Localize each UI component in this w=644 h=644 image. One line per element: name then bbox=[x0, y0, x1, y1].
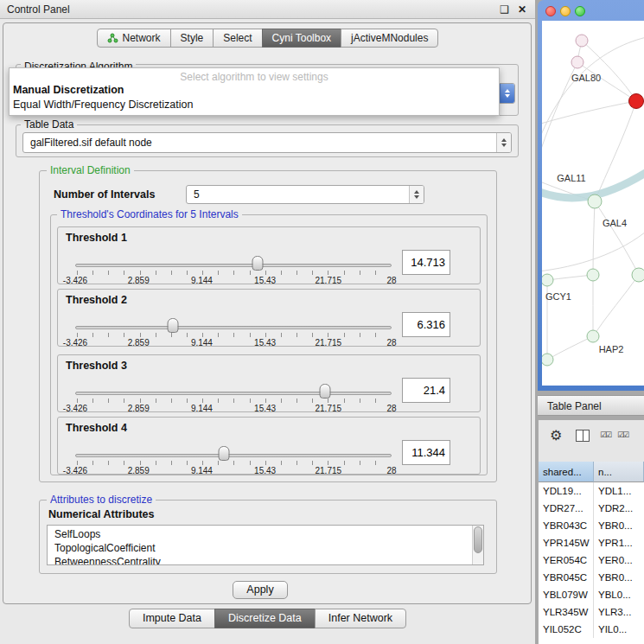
cell: YIL0... bbox=[594, 621, 644, 638]
threshold-1-value-field[interactable] bbox=[402, 250, 450, 275]
network-edge bbox=[547, 275, 593, 280]
network-node[interactable] bbox=[588, 194, 602, 208]
threshold-4-value-field[interactable] bbox=[402, 440, 450, 465]
top-tabstrip: Network Style Select Cyni Toolbox jActiv… bbox=[0, 29, 535, 48]
threshold-4-slider-thumb[interactable] bbox=[219, 446, 230, 461]
cell: YBR0... bbox=[594, 517, 644, 534]
threshold-3-slider-thumb[interactable] bbox=[320, 384, 331, 399]
cell: YDR27... bbox=[539, 500, 594, 517]
number-of-intervals-value: 5 bbox=[187, 188, 409, 201]
tab-select[interactable]: Select bbox=[213, 29, 262, 48]
number-of-intervals-label: Number of Intervals bbox=[54, 188, 155, 201]
slider-ticks bbox=[77, 461, 390, 465]
number-of-intervals-combobox[interactable]: 5 bbox=[186, 185, 424, 204]
tab-impute-data[interactable]: Impute Data bbox=[129, 609, 215, 628]
column-layout-icon[interactable] bbox=[576, 430, 590, 442]
option-manual-discretization[interactable]: Manual Discretization bbox=[10, 83, 499, 98]
numerical-attributes-list: SelfLoops TopologicalCoefficient Between… bbox=[47, 525, 484, 565]
float-window-icon[interactable]: ❑ bbox=[500, 0, 509, 19]
network-node[interactable] bbox=[542, 354, 553, 366]
network-window-titlebar[interactable] bbox=[538, 0, 644, 21]
table-row[interactable]: YBR045CYBR0... bbox=[539, 569, 644, 586]
close-traffic-light-icon[interactable] bbox=[545, 6, 556, 16]
tick-label: 28 bbox=[386, 276, 396, 285]
table-row[interactable]: YBR043CYBR0... bbox=[539, 517, 644, 534]
cell: YBL0... bbox=[594, 586, 644, 603]
threshold-2-box: Threshold 2 -3.426 2.859 9.144 15.43 21.… bbox=[57, 289, 481, 347]
slider-scale-labels: -3.426 2.859 9.144 15.43 21.715 28 bbox=[75, 404, 392, 413]
table-row[interactable]: YPR145WYPR1... bbox=[539, 534, 644, 552]
slider-ticks bbox=[77, 333, 390, 337]
slider-track[interactable] bbox=[75, 454, 392, 457]
cell: YIL052C bbox=[539, 621, 594, 638]
table-row[interactable]: YER054CYER0... bbox=[539, 552, 644, 569]
node-label-gcy1: GCY1 bbox=[545, 291, 571, 302]
network-node-selected[interactable] bbox=[629, 94, 644, 109]
table-row[interactable]: YIL052CYIL0... bbox=[539, 621, 644, 638]
tick-label: 2.859 bbox=[128, 466, 150, 475]
threshold-1-slider[interactable]: -3.426 2.859 9.144 15.43 21.715 28 bbox=[75, 253, 392, 284]
tab-jactivemnodules[interactable]: jActiveMNodules bbox=[341, 29, 438, 48]
node-label-hap2: HAP2 bbox=[599, 344, 624, 354]
network-node[interactable] bbox=[571, 56, 583, 68]
tick-label: 28 bbox=[386, 404, 396, 413]
column-header-shared-name[interactable]: shared... bbox=[539, 462, 594, 482]
zoom-traffic-light-icon[interactable] bbox=[575, 6, 585, 16]
combobox-stepper-icon bbox=[409, 186, 424, 203]
tab-discretize-data[interactable]: Discretize Data bbox=[214, 609, 316, 628]
tab-style[interactable]: Style bbox=[170, 29, 214, 48]
cell: YBR045C bbox=[539, 569, 594, 586]
tick-label: 15.43 bbox=[254, 338, 276, 348]
slider-track[interactable] bbox=[75, 392, 392, 395]
threshold-4-slider[interactable]: -3.426 2.859 9.144 15.43 21.715 28 bbox=[75, 443, 392, 475]
interval-definition-group-label: Interval Definition bbox=[47, 164, 134, 176]
tick-label: 9.144 bbox=[191, 466, 213, 475]
table-row[interactable]: YDL19...YDL1... bbox=[539, 482, 644, 500]
tab-cyni-toolbox[interactable]: Cyni Toolbox bbox=[262, 29, 341, 48]
table-row[interactable]: YBL079WYBL0... bbox=[539, 586, 644, 603]
tick-label: 9.144 bbox=[191, 404, 213, 413]
network-edge bbox=[593, 275, 639, 336]
list-scrollbar[interactable] bbox=[472, 526, 483, 564]
table-data-combobox[interactable]: galFiltered.sif default node bbox=[22, 132, 512, 153]
list-item[interactable]: TopologicalCoefficient bbox=[48, 541, 483, 555]
tick-label: -3.426 bbox=[63, 338, 87, 348]
table-row[interactable]: YLR345WYLR3... bbox=[539, 603, 644, 621]
slider-track[interactable] bbox=[75, 264, 392, 267]
threshold-2-slider-thumb[interactable] bbox=[168, 318, 179, 333]
network-node[interactable] bbox=[587, 330, 599, 342]
tab-cyni-toolbox-label: Cyni Toolbox bbox=[272, 32, 331, 44]
slider-track[interactable] bbox=[75, 326, 392, 329]
slider-ticks bbox=[77, 399, 390, 403]
list-item[interactable]: BetweennessCentrality bbox=[48, 555, 483, 565]
table-row[interactable]: YDR27...YDR2... bbox=[539, 500, 644, 517]
list-item[interactable]: SelfLoops bbox=[48, 526, 483, 541]
minimize-traffic-light-icon[interactable] bbox=[560, 6, 571, 16]
network-node[interactable] bbox=[576, 35, 588, 47]
tab-network[interactable]: Network bbox=[97, 29, 171, 48]
network-canvas[interactable]: GAL80 GAL11 GAL4 GCY1 HAP2 bbox=[542, 21, 644, 386]
network-node[interactable] bbox=[587, 269, 599, 281]
option-equal-width-frequency[interactable]: Equal Width/Frequency Discretization bbox=[10, 98, 499, 112]
threshold-3-value-field[interactable] bbox=[402, 378, 450, 403]
threshold-3-slider[interactable]: -3.426 2.859 9.144 15.43 21.715 28 bbox=[75, 381, 392, 412]
cell: YBR0... bbox=[594, 569, 644, 586]
threshold-2-slider[interactable]: -3.426 2.859 9.144 15.43 21.715 28 bbox=[75, 316, 392, 347]
threshold-1-slider-thumb[interactable] bbox=[252, 256, 264, 271]
column-header-name[interactable]: n... bbox=[594, 462, 644, 482]
settings-gear-icon[interactable]: ⚙ bbox=[550, 427, 562, 443]
scrollbar-thumb[interactable] bbox=[474, 526, 482, 553]
select-columns-icon[interactable]: ☑☑ bbox=[600, 430, 610, 439]
cell: YLR3... bbox=[594, 603, 644, 621]
network-node[interactable] bbox=[542, 274, 553, 286]
toggle-columns-icon[interactable]: ☑☑ bbox=[617, 430, 628, 439]
network-node-labels: GAL80 GAL11 GAL4 GCY1 HAP2 bbox=[545, 73, 627, 354]
close-icon[interactable]: ✕ bbox=[518, 0, 526, 19]
network-edge bbox=[593, 201, 595, 275]
tab-infer-network[interactable]: Infer Network bbox=[315, 609, 406, 628]
cell: YER0... bbox=[594, 552, 644, 569]
threshold-2-value-field[interactable] bbox=[402, 312, 450, 337]
table-data-group-label: Table Data bbox=[21, 118, 77, 131]
apply-button[interactable]: Apply bbox=[233, 581, 288, 599]
network-node[interactable] bbox=[632, 268, 644, 282]
